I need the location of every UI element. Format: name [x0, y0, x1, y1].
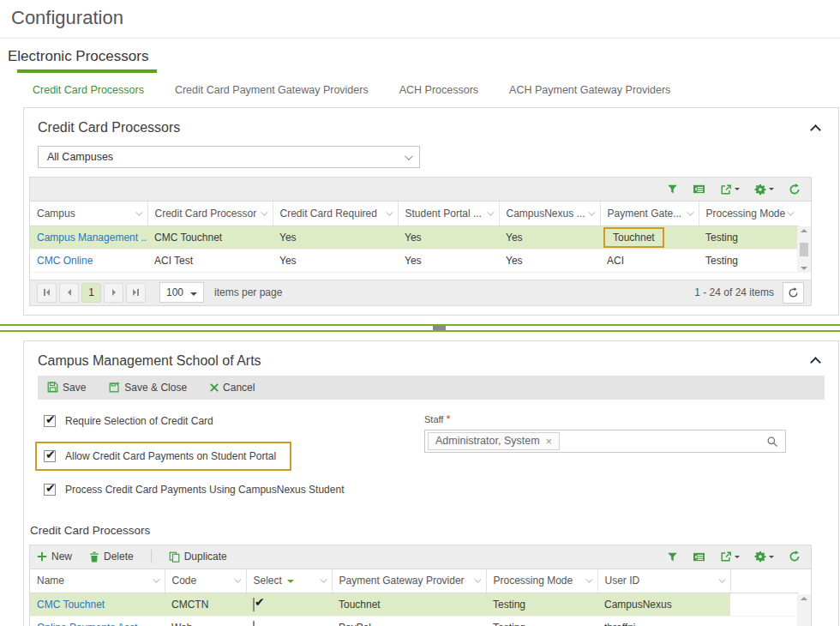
current-page-button[interactable]: 1 [81, 283, 101, 303]
caret-down-icon [769, 188, 774, 190]
detail-processors-grid: New Delete Duplicate [29, 545, 812, 626]
col-credit-card-required[interactable]: Credit Card Required [273, 202, 398, 226]
scroll-down-icon[interactable] [801, 267, 807, 270]
new-button[interactable]: New [37, 551, 72, 563]
column-menu-icon[interactable] [693, 184, 705, 195]
last-page-button[interactable] [126, 283, 146, 303]
items-per-page-label: items per page [214, 286, 282, 298]
remove-token-icon[interactable]: × [546, 436, 553, 447]
duplicate-button[interactable]: Duplicate [169, 551, 227, 563]
row-select-checkbox[interactable] [253, 598, 255, 611]
col-campusnexus[interactable]: CampusNexus ... [499, 202, 600, 226]
col-campus[interactable]: Campus [30, 202, 147, 226]
col-processing-mode[interactable]: Processing Mode [699, 202, 799, 226]
col-credit-card-processor[interactable]: Credit Card Processor [147, 202, 273, 226]
save-close-icon [109, 382, 120, 393]
table-row[interactable]: CMC Online ACI Test Yes Yes Yes ACI Test… [30, 249, 799, 272]
tab-ach-processors[interactable]: ACH Processors [399, 84, 478, 96]
filter-icon[interactable] [667, 551, 678, 563]
page-title: Configuration [0, 0, 840, 29]
tab-credit-card-processors[interactable]: Credit Card Processors [33, 84, 144, 96]
configuration-screen: Configuration Electronic Processors Cred… [0, 0, 840, 626]
chevron-down-icon [261, 208, 267, 215]
export-icon[interactable] [720, 551, 740, 563]
staff-picker-input[interactable]: Administrator, System × [424, 430, 786, 453]
checkbox-allow-student-portal-payments[interactable]: Allow Credit Card Payments on Student Po… [44, 448, 276, 465]
search-icon[interactable] [766, 436, 778, 451]
chevron-down-icon [474, 576, 481, 583]
chevron-down-icon [718, 576, 725, 583]
next-page-button[interactable] [104, 283, 123, 303]
campus-detail-panel: Campus Management School of Arts Save Sa… [23, 340, 839, 626]
highlight-outline: Allow Credit Card Payments on Student Po… [35, 442, 291, 471]
checkbox-icon[interactable] [44, 484, 56, 496]
table-row-selected[interactable]: Campus Management ... CMC Touchnet Yes Y… [30, 226, 799, 249]
export-icon[interactable] [720, 184, 740, 196]
caret-down-icon [735, 188, 740, 190]
vertical-scrollbar[interactable] [797, 226, 811, 273]
highlighted-gateway-value: Touchnet [603, 227, 664, 248]
active-filter-icon [287, 580, 294, 583]
save-and-close-button[interactable]: Save & Close [109, 382, 187, 394]
header-row: Name Code Select Payment Gateway Provide… [30, 569, 799, 593]
col-processing-mode[interactable]: Processing Mode [486, 569, 597, 593]
settings-gear-icon[interactable] [754, 184, 774, 196]
row-select-checkbox[interactable] [253, 621, 255, 626]
save-button[interactable]: Save [47, 382, 86, 394]
chevron-down-icon [135, 208, 142, 215]
pager-refresh-button[interactable] [783, 282, 804, 304]
required-asterisk: * [446, 412, 450, 425]
caret-down-icon [190, 292, 197, 296]
chevron-down-icon [787, 208, 794, 215]
checkbox-icon[interactable] [44, 450, 56, 462]
splitter-handle[interactable] [433, 325, 446, 330]
panel-splitter[interactable] [0, 322, 840, 334]
col-code[interactable]: Code [165, 569, 246, 593]
campus-filter-dropdown[interactable]: All Campuses [38, 146, 420, 168]
caret-down-icon [769, 556, 774, 558]
chevron-down-icon [386, 208, 393, 215]
tab-ach-payment-gateway-providers[interactable]: ACH Payment Gateway Providers [509, 84, 670, 96]
scroll-up-icon[interactable] [801, 597, 807, 600]
table-row[interactable]: Online Payments Acct Web PayPal Testing … [30, 617, 799, 626]
col-user-id[interactable]: User ID [597, 569, 730, 593]
filter-icon[interactable] [667, 184, 678, 195]
scroll-thumb[interactable] [800, 243, 808, 256]
col-select[interactable]: Select [246, 569, 332, 593]
col-payment-gateway[interactable]: Payment Gate... [600, 202, 699, 226]
grid-toolbar [30, 178, 811, 202]
first-page-button[interactable] [37, 283, 57, 303]
delete-button[interactable]: Delete [89, 551, 134, 563]
plus-icon [37, 551, 47, 562]
collapse-chevron-icon[interactable] [810, 357, 821, 368]
cancel-button[interactable]: Cancel [210, 382, 255, 394]
trash-icon [89, 551, 99, 563]
refresh-icon[interactable] [789, 184, 801, 196]
checkbox-require-selection[interactable]: Require Selection of Credit Card [44, 412, 424, 430]
refresh-icon[interactable] [789, 551, 801, 563]
checkbox-icon[interactable] [44, 415, 56, 427]
column-menu-icon[interactable] [693, 551, 705, 563]
previous-page-button[interactable] [59, 283, 79, 303]
settings-gear-icon[interactable] [754, 551, 774, 563]
col-student-portal[interactable]: Student Portal ... [398, 202, 499, 226]
table-row-selected[interactable]: CMC Touchnet CMCTN Touchnet Testing Camp… [30, 593, 799, 617]
credit-card-processors-panel: Credit Card Processors All Campuses [23, 107, 839, 316]
save-icon [47, 382, 58, 393]
processor-link[interactable]: CMC Touchnet [30, 593, 165, 617]
caret-down-icon [735, 556, 740, 558]
page-size-dropdown[interactable]: 100 [159, 282, 204, 303]
header-row: Campus Credit Card Processor Credit Card… [30, 202, 799, 226]
section-active-underline [17, 69, 157, 73]
duplicate-icon [169, 551, 180, 563]
scroll-up-icon[interactable] [801, 229, 807, 232]
vertical-scrollbar[interactable] [797, 594, 811, 626]
collapse-chevron-icon[interactable] [810, 124, 821, 135]
col-payment-gateway-provider[interactable]: Payment Gateway Provider [332, 569, 486, 593]
tab-credit-card-payment-gateway-providers[interactable]: Credit Card Payment Gateway Providers [175, 84, 369, 96]
col-name[interactable]: Name [30, 569, 165, 593]
processor-link[interactable]: Online Payments Acct [30, 617, 165, 626]
checkbox-process-with-campusnexus[interactable]: Process Credit Card Payments Using Campu… [44, 481, 424, 498]
campus-link[interactable]: CMC Online [30, 249, 147, 272]
campus-link[interactable]: Campus Management ... [30, 226, 147, 249]
